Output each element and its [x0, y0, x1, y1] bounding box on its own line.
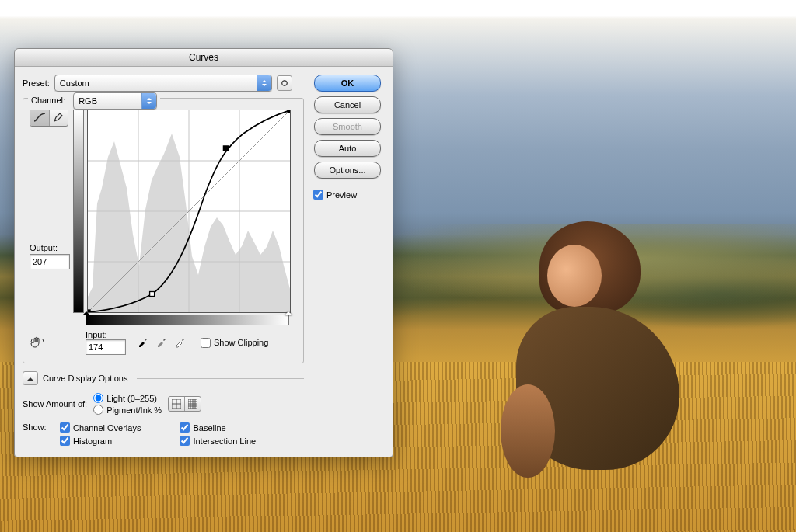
histogram-checkbox[interactable]: Histogram [60, 436, 141, 446]
histogram-label: Histogram [73, 436, 112, 446]
menu-icon [281, 79, 288, 87]
input-gradient[interactable] [86, 315, 289, 325]
pigment-label: Pigment/Ink % [106, 405, 162, 415]
targeted-adjust-tool[interactable] [30, 333, 48, 352]
curve-icon [33, 112, 46, 123]
divider [137, 378, 304, 379]
svg-point-0 [282, 81, 287, 85]
disclosure-label: Curve Display Options [43, 374, 127, 383]
hand-icon [30, 335, 45, 350]
person-silhouette [493, 221, 710, 485]
baseline-checkbox[interactable]: Baseline [180, 422, 256, 433]
channel-select[interactable]: RGB [73, 92, 157, 110]
curve-point-2[interactable] [223, 146, 228, 151]
channel-overlays-checkbox[interactable]: Channel Overlays [60, 422, 141, 433]
output-field[interactable] [30, 254, 70, 269]
output-gradient [73, 110, 84, 313]
white-eyedropper[interactable] [174, 336, 187, 349]
disclosure-triangle[interactable] [23, 371, 38, 385]
channel-overlays-label: Channel Overlays [73, 423, 141, 433]
intersection-checkbox[interactable]: Intersection Line [180, 436, 256, 446]
preview-checkbox[interactable]: Preview [313, 190, 357, 200]
black-point-slider[interactable] [82, 308, 90, 315]
pencil-icon [53, 112, 64, 123]
black-eyedropper[interactable] [137, 336, 149, 349]
grid-fine-icon [188, 399, 197, 409]
intersection-label: Intersection Line [193, 436, 256, 446]
curve-tool-pair [30, 108, 68, 127]
input-label: Input: [86, 330, 126, 339]
grid-coarse-icon [172, 399, 181, 409]
dialog-titlebar[interactable]: Curves [15, 49, 393, 67]
eyedropper-icon [137, 336, 149, 348]
input-field[interactable] [86, 339, 126, 355]
curve-tool-button[interactable] [30, 109, 49, 126]
eyedropper-icon [174, 336, 187, 348]
channel-label: Channel: [31, 96, 65, 105]
cancel-button[interactable]: Cancel [314, 96, 381, 113]
channel-value: RGB [79, 96, 141, 106]
select-arrows-icon [141, 93, 156, 109]
white-point-slider[interactable] [285, 308, 292, 315]
show-clipping-label: Show Clipping [214, 338, 268, 347]
output-label: Output: [30, 243, 68, 252]
baseline-label: Baseline [193, 423, 225, 433]
preview-label: Preview [326, 190, 357, 200]
preset-label: Preset: [23, 78, 50, 88]
grid-size-toggle [168, 396, 201, 412]
light-label: Light (0–255) [106, 394, 157, 403]
eyedropper-icon [155, 336, 168, 348]
light-radio[interactable]: Light (0–255) [93, 393, 162, 403]
ok-button[interactable]: OK [314, 75, 381, 92]
preset-select[interactable]: Custom [54, 75, 272, 92]
smooth-button[interactable]: Smooth [314, 118, 381, 135]
grid-fine-button[interactable] [184, 397, 201, 411]
auto-button[interactable]: Auto [314, 140, 381, 157]
curve-point-highlight[interactable] [288, 110, 290, 113]
select-arrows-icon [257, 75, 271, 91]
curves-graph[interactable] [87, 110, 291, 313]
preset-menu-button[interactable] [277, 75, 292, 91]
preset-value: Custom [60, 78, 257, 88]
curve-point-1[interactable] [150, 292, 155, 297]
pencil-tool-button[interactable] [49, 109, 68, 126]
pigment-radio[interactable]: Pigment/Ink % [93, 405, 162, 415]
curves-dialog: Curves Preset: Custom Channel: RGB [14, 48, 393, 457]
show-clipping-checkbox[interactable]: Show Clipping [201, 338, 268, 348]
dialog-title: Curves [189, 52, 218, 63]
show-amount-label: Show Amount of: [23, 399, 87, 409]
grid-coarse-button[interactable] [169, 397, 184, 411]
channel-fieldset: Channel: RGB [23, 98, 304, 363]
show-label: Show: [23, 422, 52, 446]
gray-eyedropper[interactable] [155, 336, 168, 349]
options-button[interactable]: Options... [314, 162, 381, 179]
